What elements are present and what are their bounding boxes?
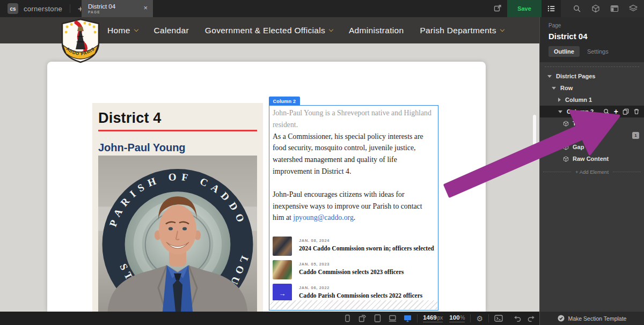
outline-list-icon (547, 4, 555, 13)
red-divider (98, 130, 257, 131)
duplicate-icon[interactable] (623, 108, 629, 115)
tree-item-text[interactable]: Text (540, 117, 644, 129)
undo-button[interactable] (514, 314, 522, 322)
device-phone-button[interactable] (343, 314, 352, 322)
document-tab[interactable]: District 04 PAGE × (82, 0, 153, 17)
email-link[interactable]: jpyoung@caddo.org (293, 213, 353, 221)
tree-label: District Pages (556, 73, 595, 79)
app-window: cs cornerstone + District 04 PAGE × Save (0, 0, 644, 325)
tree-item-row[interactable]: Row (540, 82, 644, 94)
zoom-value: 100 (449, 314, 459, 321)
element-cube-icon (563, 156, 569, 162)
viewport-controls: 1469 px 100 % (423, 314, 465, 322)
post-thumbnail (273, 260, 292, 279)
tab-outline[interactable]: Outline (548, 46, 580, 57)
zoom-control[interactable]: 100 % (449, 314, 465, 322)
nav-label: Administration (349, 26, 404, 35)
nav-item-parish-departments[interactable]: Parish Departments (420, 26, 503, 35)
tree-item-column-2[interactable]: Column 2 + (540, 106, 644, 117)
layers-button[interactable] (624, 0, 643, 17)
add-element-button[interactable]: + Add Element (543, 169, 641, 175)
redo-button[interactable] (527, 314, 535, 322)
brand-name: cornerstone (24, 5, 62, 13)
tab-close-icon[interactable]: × (143, 4, 148, 12)
viewport-width-control[interactable]: 1469 px (423, 314, 443, 322)
sidebar-page-title: District 04 (548, 32, 635, 41)
dotted-line (613, 172, 641, 172)
nav-item-calendar[interactable]: Calendar (154, 26, 189, 35)
element-cube-icon (563, 121, 569, 127)
add-element-icon[interactable]: + (614, 108, 618, 115)
caret-right-icon[interactable] (563, 133, 566, 137)
preview-external-button[interactable] (488, 0, 507, 17)
nav-item-administration[interactable]: Administration (349, 26, 404, 35)
layout-icon (610, 4, 619, 13)
redo-icon (527, 314, 535, 322)
make-section-template-button[interactable]: Make Section Template (539, 312, 644, 325)
save-button[interactable]: Save (507, 0, 541, 17)
search-button[interactable] (567, 0, 586, 17)
tree-label: Column 2 (567, 108, 594, 115)
desktop-icon-active (404, 314, 412, 322)
zoom-unit: % (460, 315, 465, 321)
cornerstone-logo: cs (8, 3, 18, 14)
post-title: Caddo Parish Commission selects 2022 off… (299, 292, 422, 299)
tree-label: Posts (570, 132, 586, 138)
post-date: JAN. 06, 2022 (299, 285, 422, 290)
post-title: 2024 Caddo Commission sworn in; officers… (299, 245, 434, 252)
tree-item-column-1[interactable]: Column 1 (540, 94, 644, 106)
external-link-icon (493, 4, 502, 13)
tree-item-raw-content[interactable]: Raw Content (540, 153, 644, 165)
caret-right-icon[interactable] (558, 98, 561, 102)
elements-button[interactable] (586, 0, 605, 17)
code-panel-icon (494, 314, 503, 322)
panel-label: Page (548, 23, 635, 28)
code-panel-button[interactable] (494, 314, 503, 322)
post-title: Caddo Commission selects 2023 officers (299, 269, 404, 275)
settings-button[interactable]: ⚙ (476, 315, 483, 322)
outline-tree: District Pages Row Column 1 Column 2 + (540, 70, 644, 175)
inspect-icon[interactable] (603, 108, 610, 115)
sidebar-header: Page District 04 Outline Settings (540, 17, 644, 62)
tab-settings[interactable]: Settings (587, 48, 609, 55)
tree-item-district-pages[interactable]: District Pages (540, 70, 644, 82)
tree-item-gap[interactable]: Gap (540, 141, 644, 153)
commissioner-name: John-Paul Young (98, 142, 257, 154)
tablet-icon (374, 314, 382, 322)
tab-type-label: PAGE (88, 10, 115, 14)
check-circle-icon (558, 315, 565, 322)
cube-icon (591, 4, 600, 13)
post-item[interactable]: JAN. 05, 2023 Caddo Commission selects 2… (273, 260, 434, 279)
nav-item-home[interactable]: Home (107, 26, 138, 35)
divider (417, 314, 418, 322)
contact-suffix: . (354, 213, 355, 221)
phone-icon (343, 314, 352, 322)
tab-title: District 04 (88, 3, 115, 10)
preview-scrollbar-thumb[interactable] (533, 115, 536, 146)
topbar-right: Save (488, 0, 644, 17)
device-desktop-button[interactable] (404, 314, 412, 322)
column-2-selected[interactable]: Column 2 John-Paul Young is a Shreveport… (269, 105, 438, 311)
caret-down-icon[interactable] (558, 110, 562, 113)
device-rotate-button[interactable] (358, 314, 367, 322)
nav-label: Government & Elected Officials (205, 26, 325, 35)
device-laptop-button[interactable] (389, 314, 397, 322)
delete-icon[interactable] (633, 108, 640, 115)
column-1[interactable]: District 4 John-Paul Young (92, 103, 263, 312)
intro-text: John-Paul Young is a Shreveport native a… (273, 107, 434, 131)
caddo-parish-logo[interactable]: 1838 CADDO PARISH (59, 18, 102, 63)
topbar-left: cs cornerstone + (0, 0, 85, 17)
device-tablet-button[interactable] (374, 314, 382, 322)
selection-label: Column 2 (269, 97, 301, 106)
caret-down-icon[interactable] (552, 87, 556, 90)
nav-item-government[interactable]: Government & Elected Officials (205, 26, 333, 35)
outline-panel-button[interactable] (541, 0, 561, 17)
brand-abbr: cs (10, 6, 16, 12)
nav-label: Parish Departments (420, 26, 496, 35)
dotted-line (543, 172, 571, 172)
chevron-down-icon (329, 27, 333, 31)
tree-item-posts[interactable]: Posts 1 (540, 129, 644, 141)
caret-down-icon[interactable] (547, 75, 552, 78)
post-item[interactable]: JAN. 08, 2024 2024 Caddo Commission swor… (273, 237, 434, 256)
templates-button[interactable] (605, 0, 624, 17)
